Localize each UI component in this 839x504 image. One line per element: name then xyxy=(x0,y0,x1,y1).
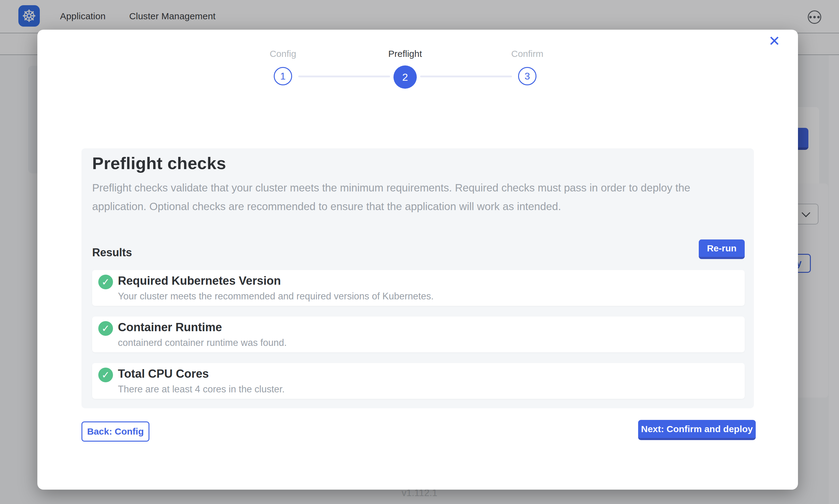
check-pass-icon: ✓ xyxy=(98,367,113,382)
check-title: Container Runtime xyxy=(118,321,222,334)
back-config-button[interactable]: Back: Config xyxy=(82,421,150,442)
preflight-check-row: ✓ Required Kubernetes Version Your clust… xyxy=(92,270,745,306)
step-connector xyxy=(420,75,512,77)
check-message: There are at least 4 cores in the cluste… xyxy=(118,384,285,395)
rerun-button[interactable]: Re-run xyxy=(699,239,745,259)
preflight-check-row: ✓ Container Runtime containerd container… xyxy=(92,317,745,352)
check-pass-icon: ✓ xyxy=(98,275,113,289)
check-title: Required Kubernetes Version xyxy=(118,274,281,287)
preflight-panel: Preflight checks Preflight checks valida… xyxy=(82,148,754,408)
step-label-preflight: Preflight xyxy=(353,49,457,59)
close-button[interactable]: ✕ xyxy=(768,34,780,48)
step-label-confirm: Confirm xyxy=(475,49,579,59)
check-message: containerd container runtime was found. xyxy=(118,337,287,348)
step-circle-confirm: 3 xyxy=(518,67,536,85)
check-message: Your cluster meets the recommended and r… xyxy=(118,291,433,302)
preflight-description: Preflight checks validate that your clus… xyxy=(92,178,731,216)
check-pass-icon: ✓ xyxy=(98,321,113,336)
close-icon: ✕ xyxy=(768,33,780,49)
page-title: Preflight checks xyxy=(92,153,226,173)
step-circle-preflight: 2 xyxy=(393,66,417,89)
results-heading: Results xyxy=(92,246,132,259)
step-circle-config: 1 xyxy=(274,67,292,85)
preflight-check-row: ✓ Total CPU Cores There are at least 4 c… xyxy=(92,363,745,399)
preflight-results-list: ✓ Required Kubernetes Version Your clust… xyxy=(92,270,745,410)
next-confirm-deploy-button[interactable]: Next: Confirm and deploy xyxy=(638,420,756,440)
step-label-config: Config xyxy=(231,49,335,59)
screen: ☸ Application Cluster Management 0 y v1.… xyxy=(0,0,839,504)
check-title: Total CPU Cores xyxy=(118,367,209,380)
preflight-modal: ✕ Config Preflight Confirm 1 2 3 Preflig… xyxy=(37,30,798,490)
step-connector xyxy=(298,75,390,77)
